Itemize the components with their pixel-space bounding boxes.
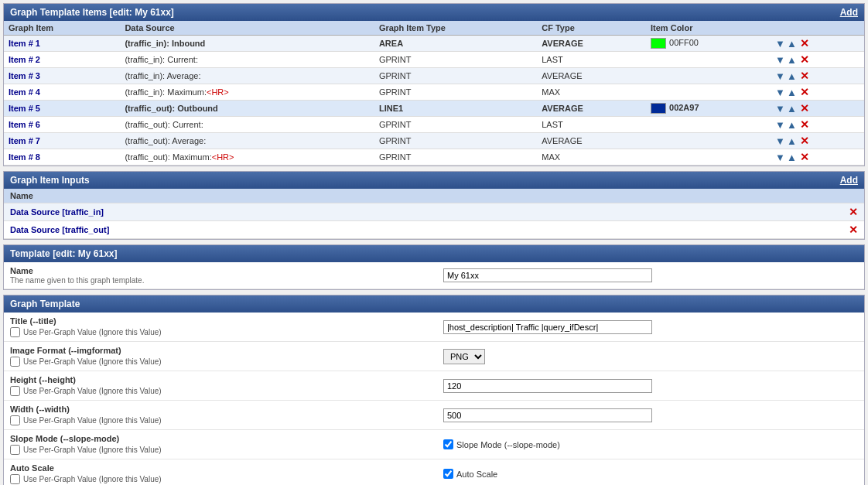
move-down-button[interactable]: ▼	[774, 152, 786, 163]
col-item-color: Item Color	[646, 21, 770, 36]
per-graph-checkbox-title[interactable]	[10, 327, 20, 337]
field-label-width: Width (--width)	[10, 405, 431, 414]
move-up-button[interactable]: ▲	[786, 119, 798, 131]
input-title[interactable]	[443, 320, 652, 334]
delete-item-button[interactable]: ✕	[800, 151, 809, 163]
move-down-button[interactable]: ▼	[774, 70, 786, 82]
move-down-button[interactable]: ▼	[774, 119, 786, 131]
move-down-button[interactable]: ▼	[774, 103, 786, 114]
item-type-cell: GPRINT	[374, 52, 537, 68]
gt-field-width-input	[437, 401, 864, 429]
input-actions-cell: ✕	[724, 203, 864, 221]
field-label-title: Title (--title)	[10, 316, 431, 326]
move-up-button[interactable]: ▲	[786, 103, 798, 114]
cf-type-cell: AVERAGE	[537, 101, 646, 117]
graph-item-link[interactable]: Item # 2	[9, 55, 40, 64]
data-source-cell: (traffic_in): Maximum:<HR>	[120, 84, 374, 101]
per-graph-checkbox-imgformat[interactable]	[10, 357, 20, 367]
input-actions-cell: ✕	[724, 221, 864, 239]
graph-item-link[interactable]: Item # 5	[9, 104, 40, 113]
cf-type-cell: AVERAGE	[537, 36, 646, 52]
actions-cell: ▼▲ ✕	[770, 101, 864, 117]
color-cell	[646, 68, 770, 84]
input-link[interactable]: Data Source [traffic_out]	[10, 225, 109, 234]
delete-item-button[interactable]: ✕	[800, 53, 809, 66]
delete-input-button[interactable]: ✕	[849, 224, 858, 236]
color-cell: 002A97	[646, 101, 770, 117]
move-up-button[interactable]: ▲	[786, 38, 798, 50]
template-header: Template [edit: My 61xx]	[4, 245, 864, 262]
inputs-section-title: Graph Item Inputs	[10, 175, 90, 186]
gt-field-slopemode-input: Slope Mode (--slope-mode)	[437, 430, 864, 459]
color-cell	[646, 84, 770, 101]
delete-input-button[interactable]: ✕	[849, 206, 858, 218]
graph-item-inputs-header: Graph Item Inputs Add	[4, 172, 864, 189]
color-swatch	[651, 38, 666, 49]
inputs-table: Name Data Source [traffic_in]✕Data Sourc…	[4, 189, 864, 239]
actions-cell: ▼▲ ✕	[770, 84, 864, 101]
select-imgformat[interactable]: PNGGIFSVG	[443, 349, 485, 364]
data-source-cell: (traffic_out): Outbound	[120, 101, 374, 117]
gt-field-slopemode-label: Slope Mode (--slope-mode)Use Per-Graph V…	[4, 430, 437, 459]
value-checkbox-autoscale[interactable]	[443, 469, 453, 479]
per-graph-label-title: Use Per-Graph Value (Ignore this Value)	[23, 328, 162, 336]
move-up-button[interactable]: ▲	[786, 70, 798, 82]
cf-type-cell: AVERAGE	[537, 133, 646, 149]
graph-template-items-header: Graph Template Items [edit: My 61xx] Add	[4, 4, 864, 21]
gt-field-height: Height (--height)Use Per-Graph Value (Ig…	[4, 371, 864, 401]
per-graph-checkbox-slopemode[interactable]	[10, 445, 20, 455]
graph-item-link[interactable]: Item # 8	[9, 152, 40, 162]
actions-cell: ▼▲ ✕	[770, 68, 864, 84]
move-down-button[interactable]: ▼	[774, 38, 786, 50]
move-up-button[interactable]: ▲	[786, 54, 798, 66]
move-up-button[interactable]: ▲	[786, 152, 798, 163]
item-type-cell: GPRINT	[374, 149, 537, 166]
graph-item-link[interactable]: Item # 4	[9, 87, 40, 97]
delete-item-button[interactable]: ✕	[800, 37, 809, 50]
template-title: Template [edit: My 61xx]	[10, 248, 117, 259]
color-cell	[646, 149, 770, 166]
color-cell	[646, 52, 770, 68]
section-title: Graph Template Items [edit: My 61xx]	[10, 7, 174, 18]
input-height[interactable]	[443, 379, 652, 393]
move-up-button[interactable]: ▲	[786, 135, 798, 147]
per-graph-checkbox-width[interactable]	[10, 415, 20, 425]
template-name-input[interactable]	[443, 268, 652, 282]
delete-item-button[interactable]: ✕	[800, 135, 809, 147]
input-label-cell: Data Source [traffic_in]	[4, 203, 724, 221]
actions-cell: ▼▲ ✕	[770, 133, 864, 149]
move-down-button[interactable]: ▼	[774, 87, 786, 98]
graph-item-link[interactable]: Item # 3	[9, 71, 40, 80]
delete-item-button[interactable]: ✕	[800, 86, 809, 98]
data-source-cell: (traffic_out): Average:	[120, 133, 374, 149]
value-checkbox-slopemode[interactable]	[443, 439, 453, 449]
move-up-button[interactable]: ▲	[786, 87, 798, 98]
delete-item-button[interactable]: ✕	[800, 102, 809, 114]
input-width[interactable]	[443, 408, 652, 422]
item-type-cell: GPRINT	[374, 133, 537, 149]
item-type-cell: GPRINT	[374, 117, 537, 133]
value-checkbox-label-slopemode: Slope Mode (--slope-mode)	[456, 440, 560, 449]
add-graph-item-button[interactable]: Add	[840, 7, 858, 18]
add-input-button[interactable]: Add	[840, 175, 858, 186]
delete-item-button[interactable]: ✕	[800, 118, 809, 131]
graph-item-link[interactable]: Item # 7	[9, 136, 40, 145]
template-name-label: Name	[10, 266, 431, 275]
input-link[interactable]: Data Source [traffic_in]	[10, 207, 104, 217]
field-label-slopemode: Slope Mode (--slope-mode)	[10, 434, 431, 443]
move-down-button[interactable]: ▼	[774, 54, 786, 66]
item-type-cell: LINE1	[374, 101, 537, 117]
field-label-imgformat: Image Format (--imgformat)	[10, 346, 431, 355]
color-cell	[646, 117, 770, 133]
graph-item-link[interactable]: Item # 6	[9, 120, 40, 129]
per-graph-checkbox-autoscale[interactable]	[10, 474, 20, 484]
item-type-cell: GPRINT	[374, 68, 537, 84]
delete-item-button[interactable]: ✕	[800, 70, 809, 82]
cf-type-cell: MAX	[537, 84, 646, 101]
graph-item-link[interactable]: Item # 1	[9, 39, 40, 48]
move-down-button[interactable]: ▼	[774, 135, 786, 147]
actions-cell: ▼▲ ✕	[770, 52, 864, 68]
field-label-autoscale: Auto Scale	[10, 463, 431, 473]
per-graph-checkbox-height[interactable]	[10, 386, 20, 396]
input-label-cell: Data Source [traffic_out]	[4, 221, 724, 239]
